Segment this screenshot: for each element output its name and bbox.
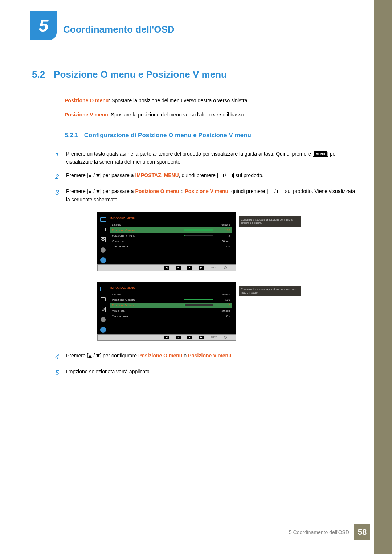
content-body: 5.2 Posizione O menu e Posizione V menu … <box>0 40 392 379</box>
footer-text: 5 Coordinamento dell'OSD <box>289 529 349 535</box>
step-list-cont: 4 Premere [ / ] per configurare Posizion… <box>55 352 356 379</box>
monitor-icon <box>99 286 107 293</box>
osd-row-trasp: TrasparenzaOn <box>110 244 232 249</box>
list-icon <box>99 296 107 303</box>
osd-row-trasp: TrasparenzaOn <box>110 313 232 319</box>
enter-icon <box>277 190 282 193</box>
section-number: 5.2 <box>32 69 45 80</box>
osd-tooltip: Consente di spostare la posizione del me… <box>239 216 301 227</box>
move-icon <box>99 306 107 313</box>
section-title: Posizione O menu e Posizione V menu <box>54 69 227 80</box>
enter-icon <box>228 174 233 177</box>
step-number: 5 <box>55 368 60 378</box>
osd-screenshots: i IMPOSTAZ. MENU LinguaItaliano Posizion… <box>97 212 356 341</box>
osd-screenshot-1: i IMPOSTAZ. MENU LinguaItaliano Posizion… <box>97 212 356 271</box>
intro-paragraph-1: Posizione O menu: Spostare la posizione … <box>65 97 356 104</box>
power-icon <box>224 266 227 269</box>
left-button-icon: ◀ <box>164 266 169 270</box>
section-heading: 5.2 Posizione O menu e Posizione V menu <box>32 69 356 80</box>
subsection-heading: 5.2.1 Configurazione di Posizione O menu… <box>65 132 356 139</box>
key-term: Posizione O menu <box>65 98 109 103</box>
intro-paragraph-2: Posizione V menu: Spostare la posizione … <box>65 111 356 119</box>
down-button-icon: ▼ <box>176 266 181 270</box>
step-5: 5 L'opzione selezionata verrà applicata. <box>55 368 356 378</box>
info-icon: i <box>99 257 107 264</box>
step-list: 1 Premere un tasto qualsiasi nella parte… <box>55 150 356 204</box>
osd-row-visora: Visual ora20 sec <box>110 308 232 313</box>
step-number: 3 <box>55 187 60 204</box>
up-button-icon: ▲ <box>187 266 192 270</box>
page-footer: 5 Coordinamento dell'OSD 58 <box>289 524 370 540</box>
move-icon <box>99 236 107 243</box>
osd-row-lingua: LinguaItaliano <box>110 222 232 227</box>
osd-body: IMPOSTAZ. MENU LinguaItaliano Posizione … <box>108 213 235 264</box>
osd-row-posv: Posizione V menu2 <box>110 303 232 308</box>
up-button-icon: ▲ <box>187 336 192 339</box>
chapter-number-badge: 5 <box>30 11 57 40</box>
step-number: 2 <box>55 171 60 182</box>
osd-button-bar: ◀ ▼ ▲ ▶ AUTO <box>97 264 236 271</box>
osd-row-visora: Visual ora20 sec <box>110 238 232 244</box>
osd-row-poso: Posizione O menu100 <box>110 227 232 233</box>
gear-icon <box>99 316 107 323</box>
osd-sidebar: i <box>98 213 108 264</box>
osd-row-posv: Posizione V menu2 <box>110 233 232 238</box>
right-button-icon: ▶ <box>199 336 204 339</box>
osd-tooltip: Consente di spostare la posizione del me… <box>239 286 301 296</box>
step-number: 4 <box>55 352 60 362</box>
down-arrow-icon <box>96 354 100 358</box>
side-stripe <box>374 0 392 554</box>
step-4: 4 Premere [ / ] per configurare Posizion… <box>55 352 356 362</box>
power-icon <box>224 336 227 339</box>
down-arrow-icon <box>96 190 100 193</box>
list-icon <box>99 226 107 233</box>
source-icon <box>268 190 273 193</box>
source-icon <box>219 174 224 177</box>
step-3: 3 Premere [ / ] per passare a Posizione … <box>55 187 356 204</box>
left-button-icon: ◀ <box>164 336 169 339</box>
step-1: 1 Premere un tasto qualsiasi nella parte… <box>55 150 356 166</box>
step-number: 1 <box>55 150 60 166</box>
right-button-icon: ▶ <box>199 266 204 270</box>
osd-sidebar: i <box>98 283 108 333</box>
step-2: 2 Premere [ / ] per passare a IMPOSTAZ. … <box>55 171 356 182</box>
osd-row-lingua: LinguaItaliano <box>110 292 232 297</box>
key-term: Posizione V menu <box>65 112 108 118</box>
down-button-icon: ▼ <box>176 336 181 339</box>
down-arrow-icon <box>96 174 100 177</box>
chapter-title: Coordinamento dell'OSD <box>63 24 175 35</box>
osd-button-bar: ◀ ▼ ▲ ▶ AUTO <box>97 334 236 341</box>
gear-icon <box>99 246 107 254</box>
osd-title: IMPOSTAZ. MENU <box>110 286 232 290</box>
monitor-icon <box>99 216 107 223</box>
osd-row-poso: Posizione O menu100 <box>110 297 232 303</box>
osd-screenshot-2: i IMPOSTAZ. MENU LinguaItaliano Posizion… <box>97 282 356 341</box>
page: 5 Coordinamento dell'OSD 5.2 Posizione O… <box>0 0 392 554</box>
up-arrow-icon <box>88 354 92 358</box>
subsection-number: 5.2.1 <box>65 132 78 139</box>
auto-label: AUTO <box>211 336 217 338</box>
page-header: 5 Coordinamento dell'OSD <box>0 0 392 40</box>
auto-label: AUTO <box>211 266 217 269</box>
subsection-title: Configurazione di Posizione O menu e Pos… <box>84 132 251 139</box>
osd-body: IMPOSTAZ. MENU LinguaItaliano Posizione … <box>108 283 235 333</box>
up-arrow-icon <box>88 174 92 177</box>
page-number: 58 <box>354 524 370 540</box>
osd-title: IMPOSTAZ. MENU <box>110 217 232 220</box>
up-arrow-icon <box>88 190 92 193</box>
menu-key-icon: MENU <box>314 151 327 157</box>
info-icon: i <box>99 326 107 333</box>
